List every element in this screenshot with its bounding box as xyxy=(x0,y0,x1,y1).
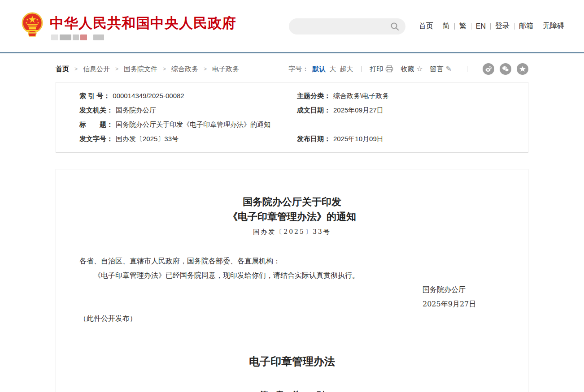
weibo-icon xyxy=(485,65,492,73)
meta-doc-number: 发文字号： 国办发〔2025〕33号 xyxy=(79,132,297,146)
meta-index-label: 索 引 号： xyxy=(79,89,110,103)
meta-category: 主题分类： 综合政务\电子政务 xyxy=(297,89,514,103)
public-release-note: （此件公开发布） xyxy=(79,311,505,326)
meta-published-date: 发布日期： 2025年10月09日 xyxy=(297,132,514,146)
breadcrumb-separator: > xyxy=(163,66,166,72)
meta-written-date-label: 成文日期： xyxy=(297,103,331,117)
meta-title: 标 题： 国务院办公厅关于印发《电子印章管理办法》的通知 xyxy=(79,117,514,132)
search-icon xyxy=(390,22,399,31)
search-input[interactable] xyxy=(297,20,389,33)
nav-traditional[interactable]: 繁 xyxy=(455,22,471,31)
pencil-icon: ✎ xyxy=(446,65,452,73)
printer-icon xyxy=(385,65,393,73)
document-body-paragraph: 《电子印章管理办法》已经国务院同意，现印发给你们，请结合实际认真贯彻执行。 xyxy=(79,268,505,283)
breadcrumb-info-disclosure[interactable]: 信息公开 xyxy=(83,65,110,73)
signature-date: 2025年9月27日 xyxy=(423,297,505,311)
star-icon: ☆ xyxy=(416,65,423,73)
chapter-heading: 第一章 总 则 xyxy=(79,389,505,392)
document-content-box: 国务院办公厅关于印发 《电子印章管理办法》的通知 国办发〔2025〕33号 各省… xyxy=(56,169,528,392)
document-signature: 国务院办公厅 2025年9月27日 xyxy=(423,283,505,311)
toolbar-divider xyxy=(361,66,362,72)
print-button[interactable]: 打印 xyxy=(370,65,393,73)
meta-index: 索 引 号： 000014349/2025-00082 xyxy=(79,89,297,103)
breadcrumb-separator: > xyxy=(204,66,207,72)
nav-home[interactable]: 首页 xyxy=(414,22,438,31)
breadcrumb-e-government[interactable]: 电子政务 xyxy=(212,65,239,73)
document-title-line1: 国务院办公厅关于印发 xyxy=(79,194,505,209)
meta-title-label: 标 题： xyxy=(79,117,113,132)
top-nav: 首页 简 繁 EN 登录 邮箱 无障碍 xyxy=(414,22,569,31)
meta-published-date-label: 发布日期： xyxy=(297,132,331,146)
favorite-button[interactable]: 收藏 ☆ xyxy=(401,65,423,73)
meta-written-date-value: 2025年09月27日 xyxy=(333,103,384,117)
header-divider-line xyxy=(0,52,584,53)
breadcrumb-separator: > xyxy=(74,66,78,72)
meta-issuer-value: 国务院办公厅 xyxy=(116,103,156,117)
wechat-share-button[interactable] xyxy=(500,63,511,75)
meta-issuer: 发文机关： 国务院办公厅 xyxy=(79,103,297,117)
national-emblem-logo xyxy=(21,12,44,38)
font-size-default[interactable]: 默认 xyxy=(312,65,326,73)
qzone-share-button[interactable] xyxy=(517,63,528,75)
font-size-large[interactable]: 大 xyxy=(329,65,336,73)
page-toolbar: 字号： 默认 大 超大 打印 收藏 xyxy=(288,63,528,75)
breadcrumb-separator: > xyxy=(115,66,118,72)
comment-button[interactable]: 留言 ✎ xyxy=(430,65,452,73)
site-subtitle-redacted xyxy=(51,34,236,40)
qzone-star-icon xyxy=(519,65,526,73)
meta-title-value: 国务院办公厅关于印发《电子印章管理办法》的通知 xyxy=(116,117,270,132)
page: 中华人民共和国中央人民政府 首页 简 繁 EN xyxy=(0,0,584,392)
site-header: 中华人民共和国中央人民政府 首页 简 繁 EN xyxy=(0,0,584,52)
wechat-icon xyxy=(502,65,509,73)
toolbar-divider xyxy=(467,66,467,72)
document-number: 国办发〔2025〕33号 xyxy=(79,228,505,236)
search-bar xyxy=(289,18,405,34)
breadcrumb-home[interactable]: 首页 xyxy=(56,65,69,73)
font-size-xlarge[interactable]: 超大 xyxy=(340,65,353,73)
nav-login[interactable]: 登录 xyxy=(491,22,514,31)
document-title: 国务院办公厅关于印发 《电子印章管理办法》的通知 xyxy=(79,194,505,224)
nav-mail[interactable]: 邮箱 xyxy=(514,22,538,31)
meta-index-value: 000014349/2025-00082 xyxy=(113,89,184,103)
meta-category-value: 综合政务\电子政务 xyxy=(333,89,389,103)
breadcrumb-state-council-docs[interactable]: 国务院文件 xyxy=(124,65,157,73)
document-title-line2: 《电子印章管理办法》的通知 xyxy=(79,209,505,224)
meta-category-label: 主题分类： xyxy=(297,89,331,103)
nav-simplified[interactable]: 简 xyxy=(438,22,454,31)
search-button[interactable] xyxy=(389,21,400,32)
document-salutation: 各省、自治区、直辖市人民政府，国务院各部委、各直属机构： xyxy=(79,254,505,268)
breadcrumb-comprehensive-affairs[interactable]: 综合政务 xyxy=(171,65,198,73)
weibo-share-button[interactable] xyxy=(483,63,494,75)
meta-doc-number-label: 发文字号： xyxy=(79,132,113,146)
share-buttons xyxy=(483,63,528,75)
breadcrumb: 首页 > 信息公开 > 国务院文件 > 综合政务 > 电子政务 xyxy=(56,65,239,73)
brand[interactable]: 中华人民共和国中央人民政府 xyxy=(21,12,236,40)
font-size-label: 字号： xyxy=(288,65,309,73)
nav-accessibility[interactable]: 无障碍 xyxy=(538,22,569,31)
meta-issuer-label: 发文机关： xyxy=(79,103,113,117)
meta-published-date-value: 2025年10月09日 xyxy=(333,132,384,146)
nav-english[interactable]: EN xyxy=(471,22,490,30)
document-metadata-box: 索 引 号： 000014349/2025-00082 主题分类： 综合政务\电… xyxy=(56,82,528,153)
site-title: 中华人民共和国中央人民政府 xyxy=(50,16,236,31)
regulation-title: 电子印章管理办法 xyxy=(79,354,505,369)
signature-organization: 国务院办公厅 xyxy=(423,283,505,297)
meta-written-date: 成文日期： 2025年09月27日 xyxy=(297,103,514,117)
meta-doc-number-value: 国办发〔2025〕33号 xyxy=(116,132,179,146)
